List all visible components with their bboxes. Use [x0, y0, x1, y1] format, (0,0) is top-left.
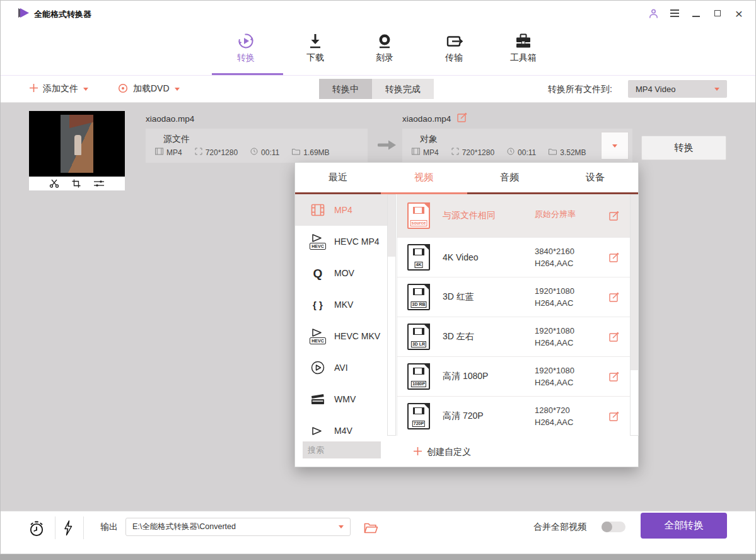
tab-transfer-label: 传输	[445, 52, 463, 64]
edit-preset-icon[interactable]	[609, 332, 620, 342]
format-item-hevc-mkv[interactable]: HEVC HEVC MKV	[295, 320, 387, 352]
convert-button[interactable]: 转换	[641, 136, 726, 160]
edit-preset-icon[interactable]	[609, 371, 620, 382]
tab-recent[interactable]: 最近	[295, 163, 381, 192]
4k-file-icon: 4K	[407, 244, 430, 271]
rename-icon[interactable]	[457, 112, 468, 125]
mov-icon: Q	[306, 267, 329, 279]
target-size: 3.52MB	[560, 148, 586, 157]
1080p-file-icon: 1080P	[407, 363, 430, 390]
preset-row-3d-rb[interactable]: 3D RB 3D 红蓝 1920*1080H264,AAC	[397, 277, 630, 317]
output-format-select[interactable]: MP4 Video	[628, 80, 727, 98]
tab-audio[interactable]: 音频	[467, 163, 552, 192]
output-path-select[interactable]: E:\全能格式转换器\Converted	[125, 518, 351, 536]
dvd-icon	[118, 83, 128, 95]
resolution-icon	[451, 148, 459, 157]
resolution-icon	[195, 148, 202, 157]
preset-row-4k[interactable]: 4K 4K Video 3840*2160H264,AAC	[397, 237, 630, 277]
3d-lr-file-icon: 3D LR	[407, 324, 430, 350]
scrollbar-thumb[interactable]	[388, 195, 395, 257]
create-custom-label: 创建自定义	[427, 446, 471, 458]
menu-icon[interactable]	[668, 7, 681, 20]
tab-video[interactable]: 视频	[381, 163, 467, 192]
format-item-mkv[interactable]: { } MKV	[295, 289, 387, 320]
preset-row-1080p[interactable]: 1080P 高清 1080P 1920*1080H264,AAC	[397, 356, 630, 396]
tab-transfer[interactable]: 传输	[431, 29, 477, 64]
format-list-scrollbar[interactable]	[387, 194, 396, 436]
target-duration: 00:11	[518, 148, 536, 157]
burn-icon	[376, 29, 393, 50]
crop-icon[interactable]	[72, 179, 81, 188]
hevc-mp4-icon: HEVC	[306, 233, 329, 250]
toolbox-icon	[514, 29, 533, 50]
minimize-button[interactable]	[690, 7, 702, 20]
source-metadata: MP4 720*1280 00:11 1.69MB	[155, 148, 330, 157]
chevron-down-icon	[83, 88, 88, 91]
preset-row-same-as-source[interactable]: source 与源文件相同 原始分辨率	[397, 194, 630, 237]
format-panel: 最近 视频 音频 设备 MP4 HEVC HEVC MP4 Q MOV	[294, 162, 639, 467]
edit-preset-icon[interactable]	[609, 252, 620, 262]
convert-all-button[interactable]: 全部转换	[641, 513, 727, 539]
target-info-box: 对象 MP4 720*1280 00:11 3.52MB	[402, 129, 632, 163]
3d-rb-file-icon: 3D RB	[407, 284, 430, 310]
target-format-dropdown-button[interactable]	[601, 132, 629, 160]
mp4-icon	[306, 204, 329, 216]
format-item-avi[interactable]: AVI	[295, 352, 387, 383]
high-speed-icon[interactable]	[64, 520, 73, 536]
thumbnail-toolbar	[29, 177, 125, 190]
m4v-icon	[306, 426, 329, 435]
film-icon	[412, 148, 420, 157]
account-icon[interactable]	[647, 7, 660, 20]
tab-download[interactable]: 下载	[293, 29, 338, 64]
chevron-down-icon	[175, 88, 180, 91]
preset-row-720p[interactable]: 720P 高清 720P 1280*720H264,AAC	[397, 396, 630, 436]
preset-row-3d-lr[interactable]: 3D LR 3D 左右 1920*1080H264,AAC	[397, 317, 630, 356]
format-panel-tabs: 最近 视频 音频 设备	[295, 163, 638, 192]
format-item-hevc-mp4[interactable]: HEVC HEVC MP4	[295, 226, 387, 257]
tab-burn[interactable]: 刻录	[362, 29, 407, 64]
mkv-icon: { }	[306, 300, 329, 310]
chevron-down-icon	[714, 88, 719, 91]
open-folder-icon[interactable]	[364, 523, 378, 534]
toggle-knob	[602, 522, 612, 532]
search-input[interactable]	[303, 441, 381, 458]
tab-device[interactable]: 设备	[552, 163, 638, 192]
edit-preset-icon[interactable]	[609, 292, 620, 302]
merge-toggle[interactable]	[602, 522, 625, 532]
film-icon	[155, 148, 163, 157]
preset-list-scrollbar[interactable]	[630, 194, 639, 436]
tab-convert[interactable]: 转换	[223, 29, 269, 64]
tab-burn-label: 刻录	[376, 52, 393, 64]
edit-preset-icon[interactable]	[609, 211, 620, 221]
clock-icon	[250, 148, 258, 157]
video-thumbnail[interactable]	[29, 111, 125, 190]
format-item-wmv[interactable]: WMV	[295, 383, 387, 415]
schedule-icon[interactable]	[28, 520, 45, 537]
tab-converted[interactable]: 转换完成	[372, 79, 434, 99]
file-list-area: xiaodao.mp4 源文件 MP4 720*1280 00:11 1.69M…	[1, 103, 755, 511]
format-item-mov[interactable]: Q MOV	[295, 257, 387, 289]
tab-toolbox[interactable]: 工具箱	[501, 29, 546, 64]
load-dvd-button[interactable]: 加载DVD	[118, 76, 180, 102]
convert-all-to-label: 转换所有文件到:	[548, 84, 612, 95]
add-file-button[interactable]: 添加文件	[30, 76, 88, 102]
target-resolution: 720*1280	[462, 148, 494, 157]
tab-converting[interactable]: 转换中	[319, 79, 372, 99]
folder-icon	[292, 148, 300, 157]
folder-icon	[549, 148, 557, 157]
target-metadata: MP4 720*1280 00:11 3.52MB	[412, 148, 586, 157]
close-button[interactable]: ×	[733, 7, 745, 20]
effects-icon[interactable]	[93, 179, 105, 188]
create-custom-button[interactable]: 创建自定义	[414, 436, 471, 468]
edit-preset-icon[interactable]	[609, 411, 620, 421]
convert-icon	[236, 29, 255, 50]
format-item-mp4[interactable]: MP4	[295, 194, 387, 226]
format-item-m4v[interactable]: M4V	[295, 415, 387, 436]
maximize-button[interactable]	[711, 7, 724, 20]
target-format: MP4	[423, 148, 439, 157]
app-title: 全能格式转换器	[34, 9, 91, 20]
scrollbar-thumb[interactable]	[631, 195, 638, 370]
title-bar: 全能格式转换器 ×	[1, 1, 755, 26]
trim-icon[interactable]	[49, 179, 59, 188]
thumbnail-image	[29, 111, 125, 177]
